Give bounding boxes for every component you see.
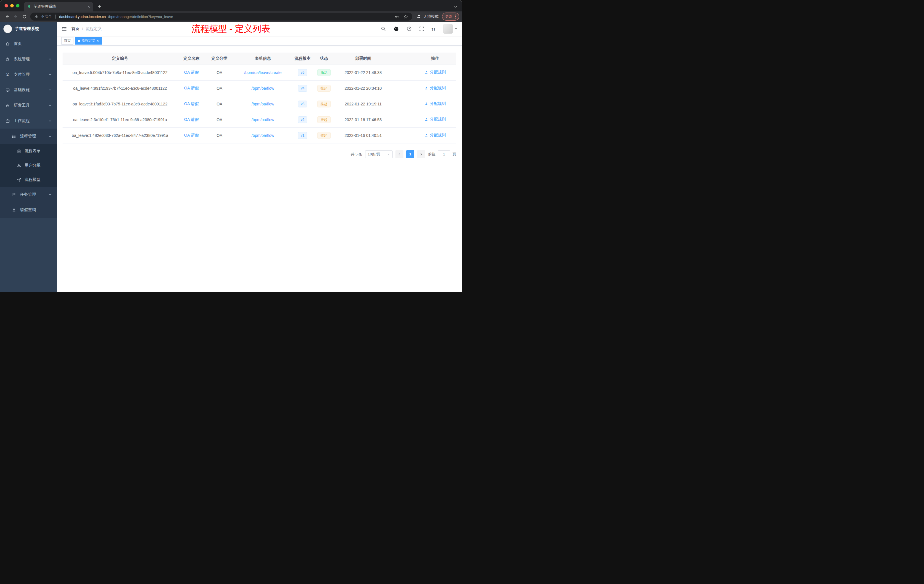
- tag-home[interactable]: 首页: [61, 37, 73, 45]
- security-label: 不安全: [41, 14, 52, 19]
- reload-button[interactable]: [20, 12, 28, 21]
- user-menu[interactable]: [443, 24, 457, 34]
- tag-label: 首页: [64, 38, 71, 43]
- assign-rule-link[interactable]: 分配规则: [424, 86, 446, 91]
- sidebar-item-process-management[interactable]: 流程管理: [0, 129, 57, 144]
- definition-name-link[interactable]: OA 请假: [184, 101, 198, 106]
- tab-close-icon[interactable]: [87, 5, 90, 8]
- active-dot: [78, 40, 80, 42]
- sidebar-item-label: 研发工具: [14, 103, 30, 108]
- home-icon: [5, 41, 10, 46]
- sidebar-item-user-group[interactable]: 用户分组: [0, 158, 57, 173]
- window-close-button[interactable]: [5, 4, 8, 7]
- sidebar-item-label: 流程管理: [20, 134, 36, 139]
- incognito-icon: [416, 14, 421, 19]
- tag-process-definition[interactable]: 流程定义: [75, 37, 102, 45]
- not-secure-warning-icon: [34, 15, 39, 19]
- form-info-link[interactable]: /bpm/oa/flow: [251, 102, 274, 106]
- definition-name-link[interactable]: OA 请假: [184, 86, 198, 90]
- table-row: oa_leave:2:3c1f0ef1-76b1-11ec-9c66-a2380…: [63, 112, 456, 127]
- current-page-button[interactable]: 1: [406, 150, 414, 158]
- window-minimize-button[interactable]: [10, 4, 14, 7]
- github-icon[interactable]: [393, 26, 399, 32]
- sidebar-item-process-model[interactable]: 流程模型: [0, 173, 57, 187]
- next-page-button[interactable]: [417, 150, 425, 158]
- update-button[interactable]: 更新: [442, 13, 459, 21]
- column-process-version: 流程版本: [292, 53, 313, 64]
- version-tag: v2: [298, 116, 307, 123]
- font-size-icon[interactable]: tT: [432, 26, 436, 31]
- browser-tabstrip: 芋道管理系统: [0, 0, 462, 12]
- process-management-submenu: 流程表单 用户分组 流程模型: [0, 144, 57, 187]
- browser-tab[interactable]: 芋道管理系统: [24, 2, 93, 12]
- search-icon[interactable]: [381, 26, 386, 31]
- pagination: 共 5 条 10条/页 1 前往 页: [63, 150, 456, 158]
- tag-close-icon[interactable]: [97, 40, 99, 42]
- caret-down-icon: [455, 27, 457, 30]
- sidebar-item-home[interactable]: 首页: [0, 36, 57, 51]
- browser-menu-icon[interactable]: [455, 15, 456, 18]
- tag-label: 流程定义: [81, 38, 95, 43]
- sidebar-item-devtools[interactable]: 研发工具: [0, 98, 57, 113]
- form-info-link[interactable]: /bpm/oa/flow: [251, 86, 274, 91]
- definition-id-cell: oa_leave:3:1fad3d93-7b75-11ec-a3c8-acde4…: [63, 96, 177, 112]
- version-tag: v3: [298, 101, 307, 107]
- definition-name-link[interactable]: OA 请假: [184, 70, 198, 74]
- sidebar-item-system[interactable]: 系统管理: [0, 51, 57, 67]
- sidebar-item-leave-query[interactable]: 请假查询: [0, 202, 57, 218]
- definition-name-link[interactable]: OA 请假: [184, 133, 198, 137]
- assign-rule-link[interactable]: 分配规则: [424, 70, 446, 75]
- sidebar-logo: 芋道管理系统: [0, 22, 57, 36]
- definition-name-link[interactable]: OA 请假: [184, 117, 198, 122]
- breadcrumb-home[interactable]: 首页: [71, 26, 79, 31]
- address-bar[interactable]: 不安全 dashboard.yudao.iocoder.cn /bpm/mana…: [30, 13, 412, 21]
- definition-id-cell: oa_leave:5:004b710b-7b8a-11ec-8ef0-acde4…: [63, 64, 177, 80]
- back-button[interactable]: [3, 12, 12, 21]
- status-badge: 挂起: [317, 85, 330, 92]
- sidebar-collapse-icon[interactable]: [61, 26, 67, 32]
- window-controls: [5, 4, 20, 7]
- goto-label: 前往: [428, 152, 436, 157]
- sidebar-item-label: 基础设施: [14, 87, 30, 92]
- logo-title: 芋道管理系统: [15, 26, 39, 31]
- sidebar-item-payment[interactable]: ¥ 支付管理: [0, 67, 57, 82]
- window-zoom-button[interactable]: [16, 4, 20, 7]
- sidebar-item-process-form[interactable]: 流程表单: [0, 144, 57, 158]
- column-filler: [391, 53, 414, 64]
- form-info-link[interactable]: /bpm/oa/flow: [251, 117, 274, 122]
- breadcrumb-separator: /: [82, 26, 83, 31]
- assign-rule-link[interactable]: 分配规则: [424, 133, 446, 138]
- paper-plane-icon: [16, 177, 21, 182]
- page-title-annotation: 流程模型 - 定义列表: [191, 23, 270, 35]
- assign-rule-link[interactable]: 分配规则: [424, 101, 446, 106]
- page-unit-label: 页: [452, 152, 456, 157]
- chevron-down-icon: [48, 193, 52, 196]
- form-info-link[interactable]: /bpm/oa/leave/create: [244, 70, 282, 75]
- sidebar-item-task-management[interactable]: 任务管理: [0, 187, 57, 202]
- prev-page-button[interactable]: [396, 150, 403, 158]
- sidebar-item-label: 流程模型: [25, 177, 41, 182]
- sidebar-item-label: 工作流程: [14, 118, 30, 124]
- filler-cell: [391, 127, 414, 143]
- assign-rule-link[interactable]: 分配规则: [424, 117, 446, 122]
- url-path: /bpm/manager/definition?key=oa_leave: [108, 15, 173, 19]
- sidebar-item-workflow[interactable]: 工作流程: [0, 113, 57, 129]
- flag-icon: [12, 192, 16, 197]
- goto-page-input[interactable]: [438, 150, 450, 158]
- new-tab-button[interactable]: [96, 2, 104, 10]
- tab-search-icon[interactable]: [454, 5, 457, 8]
- sidebar-item-infrastructure[interactable]: 基础设施: [0, 82, 57, 98]
- forward-button[interactable]: [12, 12, 20, 21]
- password-key-icon[interactable]: [394, 14, 399, 19]
- app-shell: 芋道管理系统 首页 系统管理 ¥ 支付管理: [0, 22, 462, 292]
- form-info-link[interactable]: /bpm/oa/flow: [251, 133, 274, 138]
- deploy-time-cell: 2022-01-16 01:40:51: [335, 127, 391, 143]
- bookmark-star-icon[interactable]: [403, 14, 408, 19]
- form-icon: [16, 149, 21, 154]
- fullscreen-icon[interactable]: [419, 26, 424, 31]
- help-icon[interactable]: [407, 26, 412, 31]
- filler-cell: [391, 64, 414, 80]
- page-size-select[interactable]: 10条/页: [365, 150, 393, 158]
- breadcrumb-current: 流程定义: [86, 26, 102, 31]
- deploy-time-cell: 2022-01-16 17:46:53: [335, 112, 391, 127]
